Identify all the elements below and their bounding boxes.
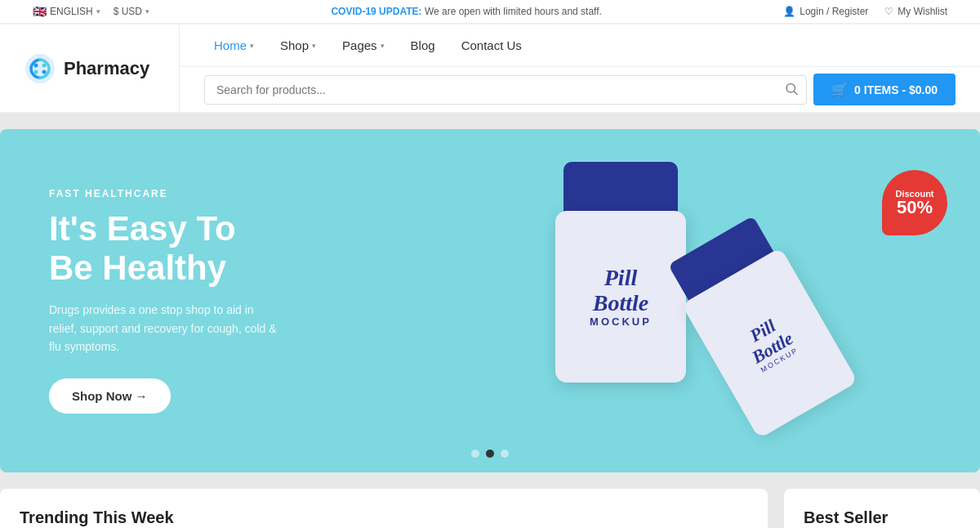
language-chevron-icon: ▾: [96, 7, 100, 16]
nav-contact-label: Contact Us: [461, 38, 522, 52]
language-label: ENGLISH: [50, 6, 93, 17]
nav-item-home[interactable]: Home ▾: [204, 34, 264, 57]
nav-blog-label: Blog: [411, 38, 435, 52]
bestseller-card: Best Seller: [784, 489, 980, 528]
hero-description: Drugs provides a one stop shop to aid in…: [49, 301, 278, 356]
covid-message: We are open with limited hours and staff…: [425, 6, 602, 17]
bottom-section: Trending This Week Best Seller: [0, 472, 980, 528]
nav-pages-chevron: ▾: [381, 42, 385, 50]
nav-item-contact[interactable]: Contact Us: [452, 34, 532, 57]
shop-now-button[interactable]: Shop Now →: [49, 378, 171, 414]
hero-dot-3[interactable]: [501, 450, 509, 458]
currency-label: $ USD: [114, 6, 142, 17]
svg-point-4: [42, 69, 47, 74]
hero-image: PillBottle MOCKUP PillBottle MOCKUP: [343, 129, 980, 472]
bottle-label-main: PillBottle: [593, 266, 648, 316]
language-selector[interactable]: 🇬🇧 ENGLISH ▾: [33, 5, 100, 18]
cart-button[interactable]: 🛒 0 ITEMS - $0.00: [813, 74, 956, 105]
logo-area: Pharmacy: [0, 25, 180, 112]
wishlist-label: My Wishlist: [898, 6, 947, 17]
user-icon: 👤: [783, 6, 795, 17]
hero-content: FAST HEALTHCARE It's Easy To Be Healthy …: [0, 155, 327, 447]
search-input[interactable]: [204, 75, 807, 105]
shop-now-label: Shop Now →: [72, 389, 148, 403]
nav-home-label: Home: [214, 38, 247, 52]
wishlist-link[interactable]: ♡ My Wishlist: [884, 6, 947, 17]
cart-icon: 🛒: [831, 82, 848, 97]
nav-item-pages[interactable]: Pages ▾: [332, 34, 394, 57]
login-register-link[interactable]: 👤 Login / Register: [783, 6, 868, 17]
currency-selector[interactable]: $ USD ▾: [114, 6, 149, 17]
flag-icon: 🇬🇧: [33, 5, 47, 18]
logo-text: Pharmacy: [64, 58, 149, 79]
hero-dots: [471, 450, 509, 458]
svg-point-1: [34, 63, 38, 67]
nav-search-area: Home ▾ Shop ▾ Pages ▾ Blog C: [180, 25, 980, 112]
hero-dot-2[interactable]: [486, 450, 494, 458]
search-box: [204, 75, 807, 105]
heart-icon: ♡: [884, 6, 893, 17]
main-nav: Home ▾ Shop ▾ Pages ▾ Blog C: [180, 25, 980, 67]
logo-icon: [24, 53, 56, 84]
cart-label: 0 ITEMS - $0.00: [854, 83, 938, 96]
currency-chevron-icon: ▾: [145, 7, 149, 16]
search-button[interactable]: [784, 81, 799, 98]
covid-notice: COVID-19 UPDATE: We are open with limite…: [331, 6, 601, 17]
covid-label: COVID-19 UPDATE:: [331, 6, 421, 17]
nav-shop-chevron: ▾: [312, 42, 316, 50]
bottle-body-main: PillBottle MOCKUP: [555, 211, 686, 383]
hero-dot-1[interactable]: [471, 450, 479, 458]
discount-value: 50%: [897, 199, 933, 217]
nav-item-shop[interactable]: Shop ▾: [270, 34, 326, 57]
nav-home-chevron: ▾: [250, 42, 254, 50]
main-header: Pharmacy Home ▾ Shop ▾ Pages ▾: [0, 25, 980, 113]
nav-item-blog[interactable]: Blog: [401, 34, 445, 57]
top-bar-left: 🇬🇧 ENGLISH ▾ $ USD ▾: [33, 5, 149, 18]
svg-point-5: [786, 83, 795, 92]
search-area: 🛒 0 ITEMS - $0.00: [180, 67, 980, 112]
svg-point-3: [34, 69, 38, 74]
login-label: Login / Register: [800, 6, 868, 17]
svg-point-2: [42, 63, 47, 67]
hero-title: It's Easy To Be Healthy: [49, 209, 278, 289]
discount-badge: Discount 50%: [882, 170, 947, 235]
bottle-secondary: PillBottle MOCKUP: [661, 212, 858, 439]
trending-card: Trending This Week: [0, 489, 768, 528]
trending-title: Trending This Week: [20, 508, 748, 527]
nav-pages-label: Pages: [342, 38, 377, 52]
bottle-mockup: PillBottle MOCKUP PillBottle MOCKUP: [490, 145, 833, 456]
hero-subtitle: FAST HEALTHCARE: [49, 188, 278, 199]
hero-section: FAST HEALTHCARE It's Easy To Be Healthy …: [0, 129, 980, 472]
bottle-label-sub: MOCKUP: [590, 315, 652, 328]
bestseller-title: Best Seller: [804, 508, 960, 527]
svg-line-6: [794, 91, 797, 94]
top-bar-right: 👤 Login / Register ♡ My Wishlist: [783, 6, 947, 17]
nav-shop-label: Shop: [280, 38, 309, 52]
